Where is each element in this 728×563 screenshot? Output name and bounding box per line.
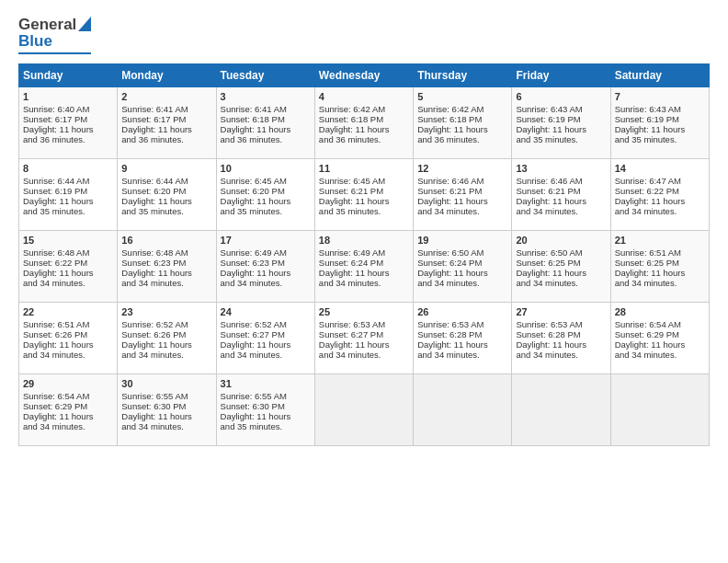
day-cell: 25Sunrise: 6:53 AMSunset: 6:27 PMDayligh… — [314, 303, 413, 374]
day-info-line: and 35 minutes. — [221, 421, 311, 431]
day-cell: 15Sunrise: 6:48 AMSunset: 6:22 PMDayligh… — [19, 231, 118, 303]
day-info-line: and 35 minutes. — [319, 206, 409, 216]
week-row-4: 22Sunrise: 6:51 AMSunset: 6:26 PMDayligh… — [19, 303, 710, 374]
logo-area: General Blue — [18, 17, 91, 54]
day-info-line: Sunset: 6:27 PM — [221, 329, 311, 339]
day-info-line: Sunrise: 6:53 AM — [319, 319, 409, 329]
day-info-line: Daylight: 11 hours — [615, 124, 705, 134]
header-cell-sunday: Sunday — [19, 64, 118, 87]
header-row: SundayMondayTuesdayWednesdayThursdayFrid… — [19, 64, 710, 87]
day-info-line: Daylight: 11 hours — [23, 124, 113, 134]
day-number: 5 — [417, 91, 507, 102]
day-info-line: Sunrise: 6:46 AM — [516, 176, 606, 186]
day-info-line: and 34 minutes. — [23, 421, 113, 431]
day-cell: 23Sunrise: 6:52 AMSunset: 6:26 PMDayligh… — [118, 303, 216, 374]
day-info-line: Sunset: 6:29 PM — [615, 329, 705, 339]
day-info-line: Daylight: 11 hours — [516, 268, 606, 278]
day-info-line: Sunset: 6:24 PM — [319, 258, 409, 268]
day-info-line: Sunset: 6:25 PM — [615, 258, 705, 268]
day-info-line: and 34 minutes. — [615, 350, 705, 360]
day-number: 25 — [319, 306, 409, 317]
day-info-line: and 35 minutes. — [615, 134, 705, 144]
day-info-line: Sunrise: 6:42 AM — [417, 104, 507, 114]
header-cell-wednesday: Wednesday — [314, 64, 413, 87]
day-info-line: Sunset: 6:19 PM — [516, 114, 606, 124]
day-cell: 17Sunrise: 6:49 AMSunset: 6:23 PMDayligh… — [216, 231, 314, 303]
day-info-line: Sunset: 6:26 PM — [23, 329, 113, 339]
day-info-line: Daylight: 11 hours — [221, 268, 311, 278]
logo-divider — [18, 52, 91, 54]
page: General Blue SundayMondayTuesdayWednesda… — [0, 0, 728, 563]
day-cell: 5Sunrise: 6:42 AMSunset: 6:18 PMDaylight… — [414, 87, 512, 159]
day-info-line: Sunrise: 6:51 AM — [615, 247, 705, 258]
day-number: 4 — [319, 91, 409, 102]
calendar-header: SundayMondayTuesdayWednesdayThursdayFrid… — [19, 64, 710, 87]
day-info-line: Daylight: 11 hours — [23, 268, 113, 278]
day-info-line: Sunset: 6:18 PM — [417, 114, 507, 124]
day-number: 28 — [615, 306, 705, 317]
calendar-table: SundayMondayTuesdayWednesdayThursdayFrid… — [18, 63, 710, 446]
day-cell: 1Sunrise: 6:40 AMSunset: 6:17 PMDaylight… — [19, 87, 118, 159]
day-info-line: Daylight: 11 hours — [121, 268, 211, 278]
day-info-line: and 34 minutes. — [615, 278, 705, 288]
week-row-3: 15Sunrise: 6:48 AMSunset: 6:22 PMDayligh… — [19, 231, 710, 303]
day-info-line: and 34 minutes. — [319, 278, 409, 288]
day-info-line: Daylight: 11 hours — [221, 339, 311, 350]
day-cell: 31Sunrise: 6:55 AMSunset: 6:30 PMDayligh… — [216, 374, 314, 446]
day-info-line: and 35 minutes. — [221, 206, 311, 216]
day-info-line: Sunrise: 6:52 AM — [121, 319, 211, 329]
day-number: 3 — [221, 91, 311, 102]
day-info-line: Sunrise: 6:55 AM — [121, 391, 211, 401]
day-info-line: Daylight: 11 hours — [516, 196, 606, 206]
day-info-line: Sunrise: 6:53 AM — [516, 319, 606, 329]
day-number: 31 — [221, 378, 311, 389]
day-info-line: and 34 minutes. — [417, 206, 507, 216]
day-info-line: and 36 minutes. — [221, 134, 311, 144]
day-info-line: Daylight: 11 hours — [121, 124, 211, 134]
day-number: 29 — [23, 378, 113, 389]
day-cell: 11Sunrise: 6:45 AMSunset: 6:21 PMDayligh… — [314, 159, 413, 231]
day-info-line: Sunrise: 6:48 AM — [121, 247, 211, 258]
logo-general-text: General — [18, 17, 76, 32]
day-info-line: and 34 minutes. — [23, 350, 113, 360]
day-cell — [610, 374, 709, 446]
day-info-line: Sunset: 6:22 PM — [615, 186, 705, 196]
day-info-line: Daylight: 11 hours — [319, 268, 409, 278]
day-info-line: and 34 minutes. — [516, 206, 606, 216]
day-cell: 2Sunrise: 6:41 AMSunset: 6:17 PMDaylight… — [118, 87, 216, 159]
day-info-line: Sunset: 6:28 PM — [516, 329, 606, 339]
day-cell: 29Sunrise: 6:54 AMSunset: 6:29 PMDayligh… — [19, 374, 118, 446]
day-cell: 8Sunrise: 6:44 AMSunset: 6:19 PMDaylight… — [19, 159, 118, 231]
header-cell-saturday: Saturday — [610, 64, 709, 87]
day-cell: 28Sunrise: 6:54 AMSunset: 6:29 PMDayligh… — [610, 303, 709, 374]
day-info-line: Daylight: 11 hours — [221, 411, 311, 421]
day-info-line: Daylight: 11 hours — [23, 339, 113, 350]
day-info-line: Sunset: 6:20 PM — [121, 186, 211, 196]
day-info-line: Sunset: 6:28 PM — [417, 329, 507, 339]
day-info-line: and 36 minutes. — [121, 134, 211, 144]
day-info-line: and 35 minutes. — [23, 206, 113, 216]
day-cell: 7Sunrise: 6:43 AMSunset: 6:19 PMDaylight… — [610, 87, 709, 159]
day-info-line: and 34 minutes. — [615, 206, 705, 216]
day-info-line: Daylight: 11 hours — [615, 196, 705, 206]
day-info-line: Sunset: 6:23 PM — [221, 258, 311, 268]
week-row-5: 29Sunrise: 6:54 AMSunset: 6:29 PMDayligh… — [19, 374, 710, 446]
day-info-line: Daylight: 11 hours — [121, 339, 211, 350]
day-cell: 10Sunrise: 6:45 AMSunset: 6:20 PMDayligh… — [216, 159, 314, 231]
day-info-line: Sunrise: 6:43 AM — [615, 104, 705, 114]
day-info-line: Sunset: 6:30 PM — [221, 401, 311, 411]
day-info-line: Sunset: 6:27 PM — [319, 329, 409, 339]
day-info-line: Sunrise: 6:51 AM — [23, 319, 113, 329]
day-info-line: Sunset: 6:26 PM — [121, 329, 211, 339]
day-info-line: Sunset: 6:18 PM — [319, 114, 409, 124]
day-info-line: Sunrise: 6:44 AM — [23, 176, 113, 186]
day-info-line: Sunrise: 6:53 AM — [417, 319, 507, 329]
day-info-line: Sunset: 6:23 PM — [121, 258, 211, 268]
day-cell: 6Sunrise: 6:43 AMSunset: 6:19 PMDaylight… — [512, 87, 610, 159]
day-number: 20 — [516, 235, 606, 246]
day-cell: 18Sunrise: 6:49 AMSunset: 6:24 PMDayligh… — [314, 231, 413, 303]
day-number: 26 — [417, 306, 507, 317]
day-info-line: Sunset: 6:17 PM — [23, 114, 113, 124]
day-number: 16 — [121, 235, 211, 246]
day-info-line: Daylight: 11 hours — [121, 411, 211, 421]
